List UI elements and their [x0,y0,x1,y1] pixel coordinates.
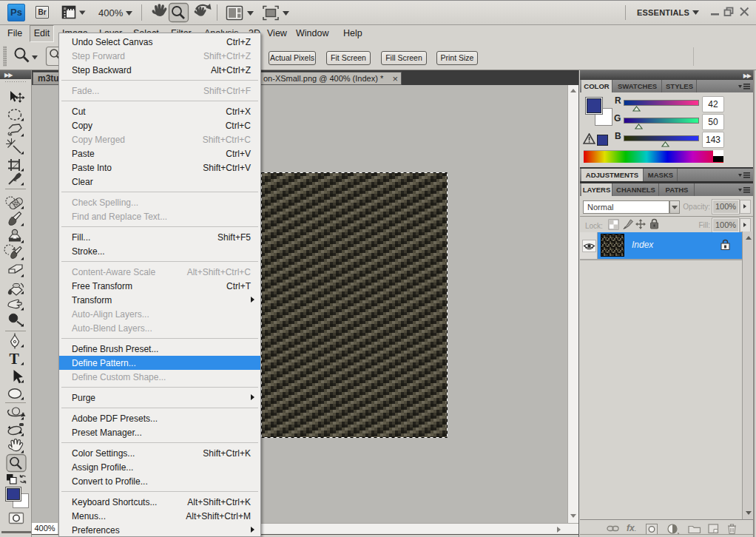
svg-text:T: T [10,351,20,367]
